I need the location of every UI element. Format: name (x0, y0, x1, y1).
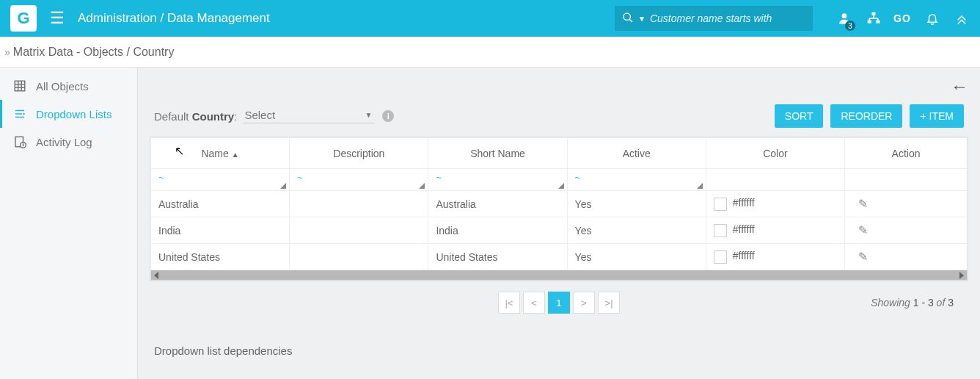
add-item-button[interactable]: + ITEM (910, 104, 964, 128)
color-swatch (714, 250, 727, 264)
pager-page-current[interactable]: 1 (548, 292, 570, 314)
select-placeholder: Select (244, 109, 275, 121)
cell-name: India (151, 217, 290, 244)
filter-menu-icon (419, 183, 425, 189)
col-header-action[interactable]: Action (845, 138, 968, 169)
color-hex: #ffffff (733, 250, 755, 261)
col-header-active[interactable]: Active (567, 138, 706, 169)
svg-rect-11 (15, 81, 25, 91)
search-input[interactable] (650, 12, 805, 24)
cell-short-name: United States (428, 244, 567, 270)
collapse-up-icon[interactable] (954, 10, 970, 26)
default-country-label: Default Country: (154, 110, 237, 123)
cell-description (290, 217, 428, 244)
filter-menu-icon (697, 183, 703, 189)
cell-color: #ffffff (706, 244, 844, 270)
pager-info-prefix: Showing (871, 297, 913, 308)
pager-next-button[interactable]: > (573, 292, 595, 314)
toolbar: Default Country: Select ▼ i ↖ SORT REORD… (154, 104, 964, 128)
info-icon[interactable]: i (382, 110, 394, 122)
cell-description (290, 244, 428, 270)
svg-line-1 (629, 19, 632, 22)
pager-info-mid: of (934, 297, 948, 308)
main-panel: ← Default Country: Select ▼ i ↖ SORT REO… (138, 68, 980, 379)
svg-point-0 (624, 13, 630, 20)
filter-tilde-icon: ~ (158, 172, 164, 183)
svg-rect-5 (876, 21, 880, 24)
menu-icon[interactable]: ☰ (50, 9, 65, 28)
color-hex: #ffffff (733, 197, 755, 209)
horizontal-scrollbar[interactable] (150, 270, 968, 281)
reorder-button[interactable]: REORDER (830, 104, 902, 128)
color-swatch (714, 224, 727, 237)
cell-color: #ffffff (706, 191, 844, 217)
filter-menu-icon (558, 183, 564, 189)
edit-icon[interactable]: ✎ (858, 224, 868, 237)
sidebar-item-dropdown-lists[interactable]: Dropdown Lists (0, 100, 137, 128)
pager-prev-button[interactable]: < (523, 292, 545, 314)
user-notifications-icon[interactable]: 3 (836, 10, 852, 26)
sidebar: All Objects Dropdown Lists Activity Log (0, 68, 138, 379)
bell-icon[interactable] (924, 10, 940, 26)
search-box[interactable]: ▼ (615, 6, 813, 31)
cell-action: ✎ (845, 244, 968, 270)
pager-bar: |< < 1 > >| Showing 1 - 3 of 3 (150, 281, 968, 324)
app-logo[interactable]: G (10, 5, 37, 32)
edit-icon[interactable]: ✎ (858, 250, 868, 263)
default-country-select[interactable]: Select ▼ (243, 109, 375, 123)
col-header-description[interactable]: Description (290, 138, 428, 169)
filter-row: ~ ~ ~ ~ (151, 169, 968, 191)
cell-active: Yes (567, 191, 706, 217)
filter-cell-name[interactable]: ~ (151, 169, 290, 191)
pager-info-total: 3 (948, 297, 954, 308)
search-icon (622, 12, 634, 26)
header-text: Name (201, 148, 228, 159)
filter-cell-short-name[interactable]: ~ (428, 169, 567, 191)
breadcrumb: Administration / Data Management (78, 11, 270, 26)
filter-cell-active[interactable]: ~ (567, 169, 706, 191)
notification-badge: 3 (845, 21, 855, 31)
edit-icon[interactable]: ✎ (858, 198, 868, 210)
cell-short-name: India (428, 217, 567, 244)
col-header-short-name[interactable]: Short Name (428, 138, 567, 169)
filter-cell-description[interactable]: ~ (290, 169, 428, 191)
cell-action: ✎ (845, 191, 968, 217)
sidebar-item-label: All Objects (36, 80, 89, 93)
org-icon[interactable] (866, 10, 882, 26)
col-header-color[interactable]: Color (706, 138, 844, 169)
pager-last-button[interactable]: >| (598, 292, 620, 314)
expand-sidebar-icon[interactable]: » (4, 46, 10, 58)
filter-cell-color[interactable] (706, 169, 844, 191)
filter-menu-icon (280, 183, 286, 189)
pager-first-button[interactable]: |< (498, 292, 520, 314)
sort-button[interactable]: SORT (775, 104, 824, 128)
chevron-down-icon: ▼ (365, 111, 372, 119)
sidebar-item-label: Activity Log (36, 136, 92, 148)
sidebar-item-label: Dropdown Lists (36, 108, 111, 120)
cell-action: ✎ (845, 217, 968, 244)
col-header-name[interactable]: Name▲ (151, 138, 290, 169)
filter-tilde-icon: ~ (297, 172, 303, 183)
cell-short-name: Australia (428, 191, 567, 217)
go-button[interactable]: GO (895, 10, 911, 26)
cell-description (290, 191, 428, 217)
svg-rect-4 (868, 21, 871, 24)
table-row: India India Yes #ffffff ✎ (151, 217, 968, 244)
pager-info: Showing 1 - 3 of 3 (871, 297, 954, 308)
top-bar: G ☰ Administration / Data Management ▼ 3… (0, 0, 980, 37)
sidebar-item-all-objects[interactable]: All Objects (0, 72, 137, 100)
dependencies-title: Dropdown list dependencies (154, 344, 964, 357)
sort-asc-icon: ▲ (232, 151, 239, 159)
content-area: All Objects Dropdown Lists Activity Log … (0, 68, 980, 379)
page-title: Matrix Data - Objects / Country (13, 46, 175, 59)
data-grid: Name▲ Description Short Name Active Colo… (150, 137, 968, 281)
filter-cell-action (845, 169, 968, 191)
label-colon: : (234, 110, 237, 123)
grid-icon (12, 79, 27, 93)
label-prefix: Default (154, 110, 192, 123)
cell-color: #ffffff (706, 217, 844, 244)
svg-rect-3 (872, 12, 876, 15)
back-arrow-icon[interactable]: ← (951, 76, 968, 97)
pager: |< < 1 > >| (498, 292, 620, 314)
sidebar-item-activity-log[interactable]: Activity Log (0, 128, 137, 156)
